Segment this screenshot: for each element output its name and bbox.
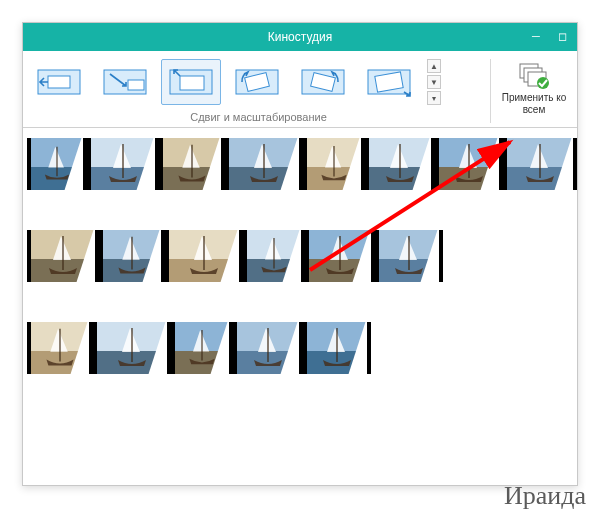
- clip[interactable]: [503, 138, 577, 190]
- clip[interactable]: [87, 138, 159, 190]
- clip[interactable]: [99, 230, 165, 282]
- maximize-button[interactable]: ◻: [551, 27, 573, 45]
- gallery-scroll: ▲ ▼ ▾: [427, 59, 441, 105]
- transition-gallery: ▲ ▼ ▾ Сдвиг и масштабирование: [29, 59, 488, 123]
- clip[interactable]: [435, 138, 503, 190]
- ribbon: ▲ ▼ ▾ Сдвиг и масштабирование: [23, 51, 577, 128]
- clip[interactable]: [27, 138, 87, 190]
- timeline: [23, 128, 577, 374]
- clip[interactable]: [375, 230, 443, 282]
- transition-zoom-tilt[interactable]: [359, 59, 419, 105]
- clip[interactable]: [303, 322, 371, 374]
- transition-pan-right[interactable]: [29, 59, 89, 105]
- apply-all-label: Применить ко всем: [500, 92, 568, 116]
- window-controls: ─ ◻: [525, 27, 573, 45]
- apply-to-all-button[interactable]: Применить ко всем: [497, 59, 571, 121]
- transition-pan-down-right[interactable]: [95, 59, 155, 105]
- clip[interactable]: [305, 230, 375, 282]
- svg-rect-1: [48, 76, 70, 88]
- clip[interactable]: [159, 138, 225, 190]
- minimize-button[interactable]: ─: [525, 27, 547, 45]
- apply-all-icon: [518, 62, 550, 90]
- gallery-scroll-down[interactable]: ▼: [427, 75, 441, 89]
- clip[interactable]: [365, 138, 435, 190]
- clip[interactable]: [27, 230, 99, 282]
- titlebar: Киностудия ─ ◻: [23, 23, 577, 51]
- clip[interactable]: [27, 322, 93, 374]
- timeline-row: [27, 322, 573, 374]
- clip[interactable]: [171, 322, 233, 374]
- ribbon-separator: [490, 59, 491, 123]
- clip[interactable]: [93, 322, 171, 374]
- transition-rotate-right[interactable]: [293, 59, 353, 105]
- signature: Ираида: [504, 481, 586, 511]
- gallery-scroll-up[interactable]: ▲: [427, 59, 441, 73]
- svg-point-15: [537, 77, 549, 89]
- transition-rotate-left[interactable]: [227, 59, 287, 105]
- gallery-expand[interactable]: ▾: [427, 91, 441, 105]
- window-title: Киностудия: [268, 30, 332, 44]
- ribbon-group-label: Сдвиг и масштабирование: [29, 111, 488, 123]
- clip[interactable]: [225, 138, 303, 190]
- svg-rect-3: [128, 80, 144, 90]
- timeline-row: [27, 230, 573, 282]
- clip[interactable]: [233, 322, 303, 374]
- transition-zoom-in[interactable]: [161, 59, 221, 105]
- clip[interactable]: [303, 138, 365, 190]
- app-window: Киностудия ─ ◻: [22, 22, 578, 486]
- clip[interactable]: [165, 230, 243, 282]
- svg-rect-5: [180, 76, 204, 90]
- clip[interactable]: [243, 230, 305, 282]
- timeline-row: [27, 138, 573, 190]
